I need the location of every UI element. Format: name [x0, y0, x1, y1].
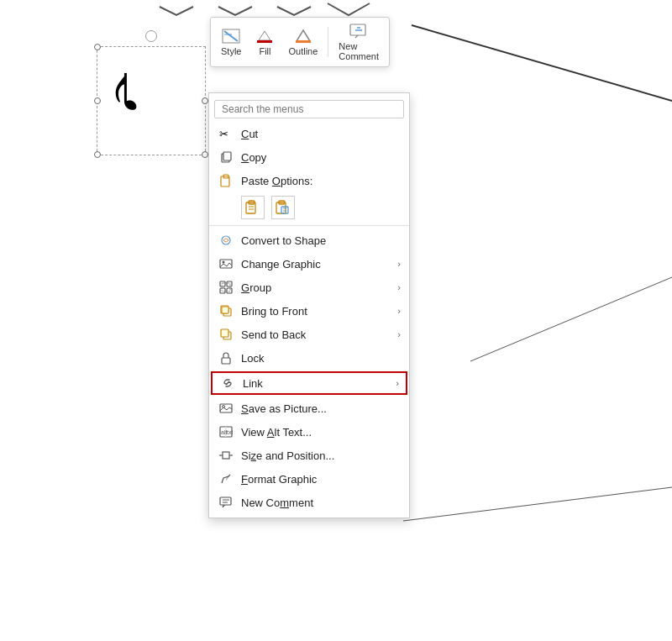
svg-rect-33	[222, 283, 230, 292]
svg-rect-32	[227, 288, 232, 293]
lock-icon	[218, 350, 234, 365]
rotation-handle[interactable]	[145, 30, 157, 42]
new-comment-icon	[349, 23, 369, 39]
menu-item-view-alt-text[interactable]: alt txt View Alt Text...	[209, 420, 409, 444]
new-comment-menu-label: New Comment	[241, 497, 401, 509]
group-label: Group	[241, 281, 397, 294]
group-icon	[218, 280, 234, 295]
music-note-graphic: ♪	[109, 50, 143, 127]
change-graphic-arrow: ›	[397, 259, 401, 269]
size-and-position-label: Size and Position...	[241, 449, 401, 462]
fill-label: Fill	[259, 46, 270, 56]
svg-rect-30	[227, 281, 232, 286]
svg-text:txt: txt	[227, 429, 233, 435]
bring-to-front-label: Bring to Front	[241, 305, 397, 318]
change-graphic-label: Change Graphic	[241, 258, 397, 271]
copy-icon	[218, 150, 234, 165]
menu-item-new-comment[interactable]: New Comment	[209, 491, 409, 514]
outline-label: Outline	[288, 46, 318, 56]
handle-middle-left[interactable]	[94, 97, 101, 104]
cut-label: Cut	[241, 128, 401, 140]
menu-item-copy[interactable]: Copy	[209, 145, 409, 169]
svg-rect-29	[220, 281, 225, 286]
svg-rect-39	[222, 358, 230, 364]
menu-item-group[interactable]: Group ›	[209, 276, 409, 299]
view-alt-text-icon: alt txt	[218, 424, 234, 439]
menu-item-bring-to-front[interactable]: Bring to Front ›	[209, 299, 409, 323]
svg-point-28	[223, 261, 225, 264]
handle-bottom-right[interactable]	[202, 151, 208, 158]
menu-item-lock[interactable]: Lock	[209, 346, 409, 370]
style-button[interactable]: Style	[218, 26, 244, 58]
style-label: Style	[221, 46, 241, 56]
outline-button[interactable]: Outline	[285, 26, 321, 58]
svg-line-2	[403, 487, 672, 521]
menu-item-paste-options: Paste Options:	[209, 169, 409, 192]
svg-rect-31	[220, 288, 225, 293]
new-comment-label: NewComment	[339, 41, 379, 61]
paste-icon-2[interactable]	[271, 196, 295, 219]
menu-item-size-and-position[interactable]: Size and Position...	[209, 444, 409, 467]
floating-toolbar: Style Fill Outline	[210, 17, 390, 67]
change-graphic-icon	[218, 256, 234, 271]
svg-rect-47	[223, 452, 229, 459]
svg-rect-14	[223, 152, 231, 160]
menu-item-send-to-back[interactable]: Send to Back ›	[209, 323, 409, 346]
copy-label: Copy	[241, 151, 401, 164]
link-label: Link	[243, 377, 396, 390]
outline-icon	[293, 28, 313, 45]
canvas: ♪ Style Fill	[0, 0, 672, 641]
format-graphic-icon	[218, 471, 234, 486]
save-as-picture-label: Save as Picture...	[241, 402, 401, 415]
menu-item-change-graphic[interactable]: Change Graphic ›	[209, 252, 409, 276]
svg-rect-36	[222, 307, 228, 313]
group-arrow: ›	[397, 282, 401, 292]
menu-item-link[interactable]: Link ›	[211, 371, 407, 395]
svg-rect-6	[257, 40, 272, 43]
lock-label: Lock	[241, 352, 401, 365]
link-icon	[219, 376, 236, 391]
style-icon	[221, 28, 241, 45]
send-to-back-arrow: ›	[397, 329, 401, 339]
svg-line-1	[470, 277, 672, 361]
svg-rect-52	[220, 497, 231, 505]
svg-rect-38	[221, 329, 228, 337]
scissors-icon: ✂	[218, 126, 234, 141]
convert-to-shape-icon	[218, 233, 234, 248]
svg-line-0	[412, 25, 672, 101]
menu-item-cut[interactable]: ✂ Cut	[209, 122, 409, 145]
handle-top-left[interactable]	[94, 44, 101, 50]
paste-header-icon	[218, 173, 234, 188]
svg-rect-7	[296, 40, 311, 43]
menu-search-input[interactable]	[214, 100, 404, 118]
handle-middle-right[interactable]	[202, 97, 208, 104]
svg-rect-23	[281, 207, 288, 213]
size-and-position-icon	[218, 448, 234, 463]
separator-1	[209, 225, 409, 226]
paste-icon-1[interactable]	[241, 196, 265, 219]
save-as-picture-icon	[218, 401, 234, 416]
format-graphic-label: Format Graphic	[241, 473, 401, 486]
svg-line-40	[226, 381, 229, 385]
menu-item-save-as-picture[interactable]: Save as Picture...	[209, 397, 409, 420]
context-menu: ✂ Cut Copy Paste Options:	[208, 92, 410, 518]
toolbar-divider	[328, 27, 328, 57]
fill-icon	[255, 28, 275, 45]
paste-options-label: Paste Options:	[241, 175, 401, 187]
new-comment-button[interactable]: NewComment	[335, 21, 382, 63]
send-to-back-label: Send to Back	[241, 328, 397, 341]
convert-to-shape-label: Convert to Shape	[241, 234, 401, 247]
handle-bottom-left[interactable]	[94, 151, 101, 158]
bring-to-front-icon	[218, 303, 234, 318]
svg-text:✂: ✂	[219, 128, 228, 140]
bring-to-front-arrow: ›	[397, 306, 401, 316]
paste-options-row	[209, 192, 409, 223]
view-alt-text-label: View Alt Text...	[241, 426, 401, 439]
svg-line-4	[224, 31, 238, 41]
menu-item-convert-to-shape[interactable]: Convert to Shape	[209, 229, 409, 252]
menu-item-format-graphic[interactable]: Format Graphic	[209, 467, 409, 491]
send-to-back-icon	[218, 327, 234, 342]
fill-button[interactable]: Fill	[251, 26, 278, 58]
link-arrow: ›	[396, 378, 399, 388]
new-comment-menu-icon	[218, 495, 234, 510]
